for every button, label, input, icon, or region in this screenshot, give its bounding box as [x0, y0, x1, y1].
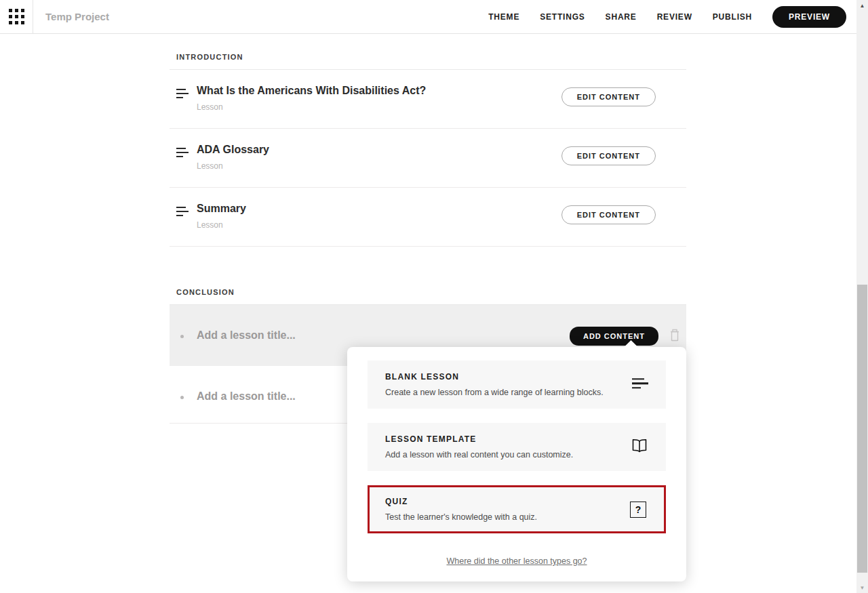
lesson-lines-icon — [176, 89, 189, 101]
app-grid-menu-button[interactable] — [0, 0, 33, 34]
option-description: Test the learner's knowledge with a quiz… — [385, 512, 618, 522]
edit-content-button[interactable]: EDIT CONTENT — [561, 205, 656, 224]
option-title: LESSON TEMPLATE — [385, 434, 618, 444]
drag-dot-icon — [180, 335, 184, 338]
project-title: Temp Project — [45, 11, 109, 22]
nav-theme[interactable]: THEME — [488, 12, 519, 22]
section-gap — [170, 247, 686, 288]
section-label-introduction: INTRODUCTION — [170, 53, 686, 70]
lesson-row[interactable]: Summary Lesson EDIT CONTENT — [170, 188, 686, 247]
option-description: Create a new lesson from a wide range of… — [385, 388, 618, 397]
top-nav: THEME SETTINGS SHARE REVIEW PUBLISH PREV… — [488, 6, 846, 28]
lesson-lines-icon — [176, 148, 189, 160]
drag-dot-icon — [180, 396, 184, 399]
nav-review[interactable]: REVIEW — [657, 12, 692, 22]
scroll-up-arrow-icon[interactable]: ▲ — [856, 0, 868, 11]
scrollbar-thumb[interactable] — [857, 285, 867, 573]
grid-icon — [9, 9, 24, 24]
popover-footer: Where did the other lesson types go? — [368, 548, 666, 572]
section-label-conclusion: CONCLUSION — [170, 288, 686, 305]
edit-content-button[interactable]: EDIT CONTENT — [561, 87, 656, 106]
lesson-row[interactable]: What Is the Americans With Disabilities … — [170, 70, 686, 129]
lesson-row[interactable]: ADA Glossary Lesson EDIT CONTENT — [170, 129, 686, 188]
option-lesson-template[interactable]: LESSON TEMPLATE Add a lesson with real c… — [368, 423, 666, 471]
lesson-lines-icon — [176, 207, 189, 219]
add-content-popover: BLANK LESSON Create a new lesson from a … — [347, 347, 686, 581]
option-title: BLANK LESSON — [385, 372, 618, 382]
edit-content-button[interactable]: EDIT CONTENT — [561, 146, 656, 165]
nav-settings[interactable]: SETTINGS — [540, 12, 585, 22]
scroll-down-arrow-icon[interactable]: ▼ — [856, 582, 868, 593]
nav-share[interactable]: SHARE — [606, 12, 637, 22]
preview-button[interactable]: PREVIEW — [772, 6, 846, 28]
top-bar: Temp Project THEME SETTINGS SHARE REVIEW… — [0, 0, 868, 34]
trash-icon[interactable] — [668, 327, 682, 346]
vertical-scrollbar[interactable]: ▲ ▼ — [856, 0, 868, 593]
other-lesson-types-link[interactable]: Where did the other lesson types go? — [446, 556, 587, 566]
option-title: QUIZ — [385, 497, 618, 506]
option-description: Add a lesson with real content you can c… — [385, 450, 618, 459]
add-content-button[interactable]: ADD CONTENT — [570, 327, 658, 346]
question-box-icon: ? — [630, 502, 646, 518]
open-book-icon — [631, 438, 648, 457]
lesson-lines-icon — [632, 378, 648, 392]
option-blank-lesson[interactable]: BLANK LESSON Create a new lesson from a … — [368, 361, 666, 409]
nav-publish[interactable]: PUBLISH — [713, 12, 752, 22]
option-quiz[interactable]: QUIZ Test the learner's knowledge with a… — [368, 485, 666, 533]
